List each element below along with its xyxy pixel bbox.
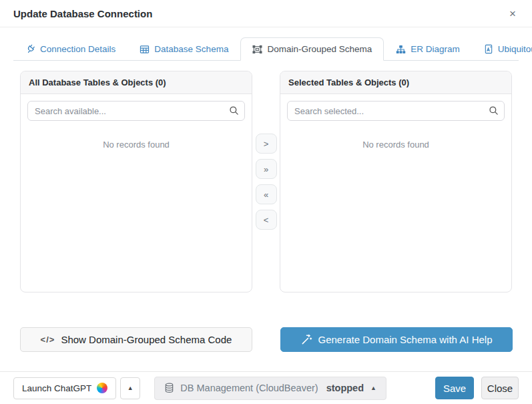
launch-chatgpt-button[interactable]: Launch ChatGPT [13, 377, 116, 399]
magic-wand-icon [301, 334, 312, 345]
generate-domain-schema-label: Generate Domain Schema with AI Help [318, 334, 493, 345]
tab-ubiquitous-language[interactable]: Ubiquitous Language [472, 37, 532, 61]
show-schema-code-button[interactable]: </> Show Domain-Grouped Schema Code [20, 327, 252, 352]
footer-bar: Launch ChatGPT ▲ DB Management (CloudBea… [0, 371, 532, 404]
search-icon [229, 106, 239, 118]
launch-chatgpt-label: Launch ChatGPT [22, 383, 91, 393]
selected-search-input[interactable] [287, 101, 505, 121]
dialog-header: Update Database Connection × [0, 0, 532, 27]
db-caret-up-icon: ▲ [370, 385, 376, 391]
footer-left-group: Launch ChatGPT ▲ DB Management (CloudBea… [13, 377, 386, 400]
generate-domain-schema-button[interactable]: Generate Domain Schema with AI Help [280, 327, 513, 352]
save-button[interactable]: Save [435, 377, 474, 399]
tab-domain-grouped-schema[interactable]: Domain-Grouped Schema [240, 37, 384, 61]
selected-search-box [287, 101, 505, 121]
tab-bar: Connection Details Database Schema Domai… [13, 37, 519, 61]
available-panel-header: All Database Tables & Objects (0) [21, 71, 252, 94]
tab-label: Database Schema [154, 44, 228, 54]
language-icon [484, 44, 493, 54]
transfer-controls: > » « < [252, 71, 280, 292]
available-panel: All Database Tables & Objects (0) No rec… [20, 71, 252, 292]
object-group-icon [252, 45, 262, 54]
show-schema-code-label: Show Domain-Grouped Schema Code [61, 334, 232, 345]
tab-connection-details[interactable]: Connection Details [13, 37, 127, 61]
tab-label: Ubiquitous Language [498, 44, 532, 54]
sitemap-icon [396, 45, 406, 54]
available-empty-text: No records found [27, 140, 245, 150]
selected-panel-body: No records found [280, 94, 511, 292]
available-panel-body: No records found [21, 94, 252, 292]
close-button[interactable]: Close [481, 377, 519, 399]
table-icon [140, 45, 150, 54]
move-right-button[interactable]: > [256, 134, 277, 154]
tab-label: Connection Details [40, 44, 115, 54]
search-icon [489, 106, 499, 118]
tab-label: Domain-Grouped Schema [267, 44, 372, 54]
dialog-title: Update Database Connection [13, 8, 152, 19]
selected-panel: Selected Tables & Objects (0) No records… [280, 71, 512, 292]
tab-label: ER Diagram [411, 44, 460, 54]
chatgpt-copilot-icon [97, 383, 107, 393]
move-left-button[interactable]: < [256, 210, 277, 230]
tab-er-diagram[interactable]: ER Diagram [384, 37, 472, 61]
db-management-button[interactable]: DB Management (CloudBeaver) stopped ▲ [154, 377, 386, 400]
move-all-right-button[interactable]: » [256, 159, 277, 179]
launch-options-caret-button[interactable]: ▲ [120, 377, 140, 399]
available-search-input[interactable] [27, 101, 245, 121]
move-all-left-button[interactable]: « [256, 184, 277, 204]
selected-empty-text: No records found [287, 140, 505, 150]
dual-list-area: All Database Tables & Objects (0) No rec… [0, 61, 532, 292]
database-icon [164, 383, 174, 393]
close-icon[interactable]: × [507, 7, 519, 21]
db-management-label: DB Management (CloudBeaver) [180, 383, 318, 393]
actions-row: </> Show Domain-Grouped Schema Code Gene… [0, 327, 532, 352]
footer-right-group: Save Close [435, 377, 519, 399]
tab-database-schema[interactable]: Database Schema [127, 37, 240, 61]
available-search-box [27, 101, 245, 121]
selected-panel-header: Selected Tables & Objects (0) [280, 71, 511, 94]
db-status-badge: stopped [326, 383, 364, 393]
code-icon: </> [41, 335, 55, 345]
plug-icon [25, 44, 35, 54]
